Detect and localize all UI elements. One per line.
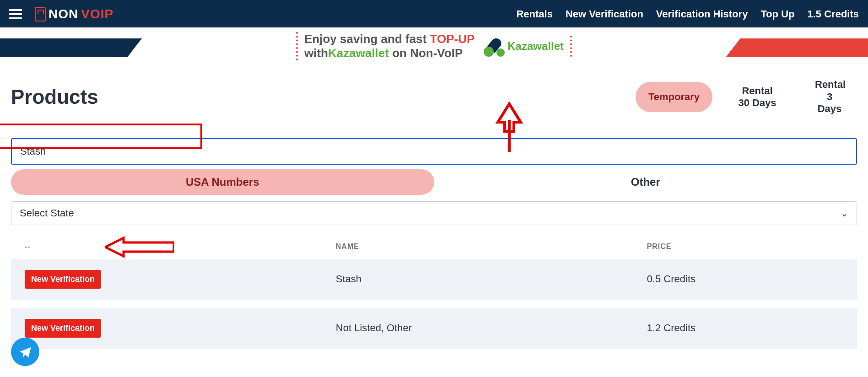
kazawallet-icon bbox=[484, 36, 505, 57]
kazawallet-text: Kazawallet bbox=[507, 40, 564, 53]
table-header: -- NAME PRICE bbox=[11, 234, 857, 259]
promo-topup: TOP-UP bbox=[430, 32, 475, 46]
table-row: New Verification Stash 0.5 Credits bbox=[11, 259, 857, 300]
promo-line2c: on Non-VoIP bbox=[389, 46, 463, 60]
product-tabs: Temporary Rental 30 Days Rental 3 Days bbox=[636, 70, 857, 124]
new-verification-button[interactable]: New Verification bbox=[25, 270, 101, 289]
telegram-icon bbox=[18, 345, 32, 359]
page-title: Products bbox=[11, 86, 98, 108]
logo-text-voip: VOIP bbox=[81, 7, 113, 22]
promo-line2a: with bbox=[304, 46, 328, 60]
search-input[interactable] bbox=[11, 138, 857, 165]
kazawallet-logo[interactable]: Kazawallet bbox=[484, 36, 572, 57]
row-price: 1.2 Credits bbox=[647, 322, 843, 334]
products-table: -- NAME PRICE New Verification Stash 0.5… bbox=[11, 234, 857, 349]
chevron-down-icon: ⌄ bbox=[841, 208, 848, 219]
th-action: -- bbox=[25, 242, 336, 251]
numtab-usa[interactable]: USA Numbers bbox=[11, 169, 434, 195]
th-name: NAME bbox=[336, 242, 647, 251]
row-name: Stash bbox=[336, 273, 647, 285]
nav-rentals[interactable]: Rentals bbox=[516, 8, 552, 20]
nav-new-verification[interactable]: New Verification bbox=[566, 8, 643, 20]
promo-banner: Enjoy saving and fast TOP-UP withKazawal… bbox=[0, 27, 868, 65]
logo-text-non: NON bbox=[49, 7, 78, 22]
page-wrap: Products Temporary Rental 30 Days Rental… bbox=[0, 65, 868, 377]
nav-verification-history[interactable]: Verification History bbox=[656, 8, 748, 20]
nav-right: Rentals New Verification Verification Hi… bbox=[516, 8, 859, 20]
promo-line1a: Enjoy saving and fast bbox=[304, 32, 430, 46]
row-price: 0.5 Credits bbox=[647, 273, 843, 285]
telegram-button[interactable] bbox=[11, 338, 39, 366]
number-type-tabs: USA Numbers Other bbox=[11, 169, 857, 195]
page-header: Products Temporary Rental 30 Days Rental… bbox=[11, 70, 857, 124]
state-select-label: Select State bbox=[20, 207, 74, 219]
th-price: PRICE bbox=[647, 242, 843, 251]
nav-credits[interactable]: 1.5 Credits bbox=[808, 8, 859, 20]
hamburger-icon[interactable] bbox=[9, 9, 22, 19]
row-name: Not Listed, Other bbox=[336, 322, 647, 334]
promo-text: Enjoy saving and fast TOP-UP withKazawal… bbox=[296, 32, 474, 60]
logo[interactable]: NON VOIP bbox=[35, 7, 113, 22]
phone-icon bbox=[35, 7, 46, 22]
tab-rental-3-days[interactable]: Rental 3 Days bbox=[802, 70, 857, 124]
nav-left: NON VOIP bbox=[9, 7, 113, 22]
tab-rental-30-days[interactable]: Rental 30 Days bbox=[725, 76, 789, 118]
flag-left-decoration bbox=[0, 38, 142, 57]
table-row: New Verification Not Listed, Other 1.2 C… bbox=[11, 308, 857, 349]
numtab-other[interactable]: Other bbox=[434, 169, 857, 195]
navbar: NON VOIP Rentals New Verification Verifi… bbox=[0, 0, 868, 27]
flag-right-decoration bbox=[726, 38, 868, 57]
state-select[interactable]: Select State ⌄ bbox=[11, 201, 857, 225]
nav-top-up[interactable]: Top Up bbox=[760, 8, 794, 20]
promo-kazawallet: Kazawallet bbox=[328, 46, 389, 60]
new-verification-button[interactable]: New Verification bbox=[25, 319, 101, 338]
tab-temporary[interactable]: Temporary bbox=[636, 82, 712, 112]
